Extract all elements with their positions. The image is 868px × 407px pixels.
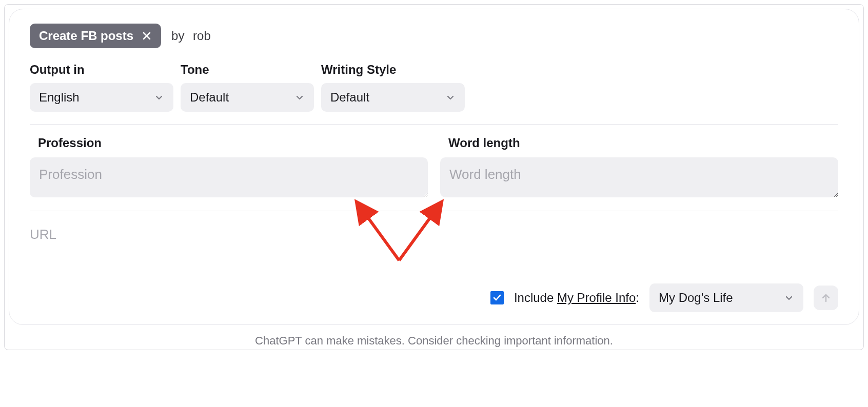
prompt-card: Create FB posts by rob Output in English [9, 9, 859, 325]
tone-group: Tone Default [181, 63, 314, 112]
footer-row: Include My Profile Info: My Dog's Life [30, 283, 838, 312]
include-prefix: Include [514, 291, 557, 304]
header-row: Create FB posts by rob [30, 24, 838, 48]
byline: by rob [171, 29, 211, 43]
byline-by: by [171, 29, 184, 43]
chevron-down-icon [294, 92, 305, 103]
profile-value: My Dog's Life [659, 291, 733, 305]
output-in-label: Output in [30, 63, 173, 77]
word-length-input[interactable] [440, 157, 838, 197]
disclaimer-text: ChatGPT can make mistakes. Consider chec… [9, 334, 859, 348]
profession-input[interactable] [30, 157, 428, 197]
word-length-group: Word length [440, 136, 838, 197]
include-link[interactable]: My Profile Info [557, 291, 636, 304]
chevron-down-icon [154, 92, 164, 103]
include-profile-checkbox[interactable] [490, 291, 504, 304]
writing-style-group: Writing Style Default [321, 63, 465, 112]
chevron-down-icon [784, 293, 794, 303]
selectors-row: Output in English Tone Default [30, 63, 838, 125]
fields-row: Profession Word length [30, 136, 838, 211]
include-profile-label: Include My Profile Info: [514, 291, 639, 305]
include-suffix: : [636, 291, 639, 304]
profession-label: Profession [30, 136, 428, 150]
chevron-down-icon [445, 92, 456, 103]
tone-label: Tone [181, 63, 314, 77]
tone-select[interactable]: Default [181, 83, 314, 112]
template-chip-label: Create FB posts [39, 29, 133, 43]
url-input[interactable]: URL [30, 227, 838, 242]
word-length-label: Word length [440, 136, 838, 150]
profession-group: Profession [30, 136, 428, 197]
send-button[interactable] [814, 286, 838, 310]
close-icon[interactable] [142, 31, 152, 41]
arrow-up-icon [820, 292, 832, 303]
output-in-select[interactable]: English [30, 83, 173, 112]
output-in-group: Output in English [30, 63, 173, 112]
template-chip[interactable]: Create FB posts [30, 24, 161, 48]
outer-frame: Create FB posts by rob Output in English [4, 4, 864, 350]
tone-value: Default [190, 90, 229, 105]
writing-style-value: Default [330, 90, 369, 105]
byline-author: rob [193, 29, 211, 43]
profile-select[interactable]: My Dog's Life [649, 283, 803, 312]
writing-style-label: Writing Style [321, 63, 465, 77]
output-in-value: English [39, 90, 80, 105]
writing-style-select[interactable]: Default [321, 83, 465, 112]
